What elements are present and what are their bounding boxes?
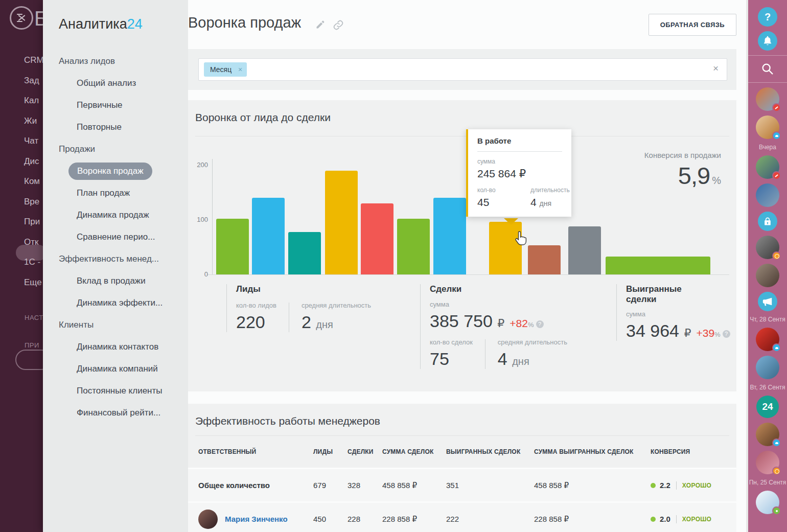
deals-sum: 385 750 ₽+82%? xyxy=(430,311,567,331)
bitrix-menu-item[interactable]: Чат xyxy=(24,131,44,151)
table-column-header: ОТВЕТСТВЕННЫЙ xyxy=(198,448,313,455)
table-header-row: ОТВЕТСТВЕННЫЙЛИДЫСДЕЛКИСУММА СДЕЛОКВЫИГР… xyxy=(188,436,736,468)
bitrix-menu-item[interactable]: Кал xyxy=(24,90,44,111)
sidebar-item[interactable]: Общий анализ xyxy=(43,72,188,94)
filter-input[interactable]: Месяц× × xyxy=(198,58,727,81)
divider xyxy=(676,481,677,490)
table-cell: 679 xyxy=(313,481,348,490)
bitrix-menu-item[interactable]: Ком xyxy=(24,171,44,192)
link-icon[interactable] xyxy=(333,19,344,33)
avatar-user-5[interactable] xyxy=(756,264,779,287)
funnel-bar[interactable] xyxy=(216,219,249,274)
avatar-tomato[interactable] xyxy=(756,328,779,351)
rating-label: ХОРОШО xyxy=(682,516,711,523)
tooltip-count-value: 45 xyxy=(477,196,516,209)
table-cell: 458 858 ₽ xyxy=(534,481,651,490)
date-label: Чт, 28 Сентя xyxy=(750,316,785,323)
table-cell: 450 xyxy=(313,515,348,523)
funnel-bar[interactable] xyxy=(433,198,466,274)
feedback-button[interactable]: ОБРАТНАЯ СВЯЗЬ xyxy=(649,14,736,36)
funnel-bar[interactable] xyxy=(606,257,710,274)
stat-label: сумма xyxy=(626,310,730,318)
bitrix-logo[interactable] xyxy=(10,6,33,30)
conversion-block: Конверсия в продажи 5,9% xyxy=(644,151,721,190)
analytics-sidebar: Аналитика24 Анализ лидовОбщий анализПерв… xyxy=(43,0,188,532)
filter-bar: Месяц× × xyxy=(188,49,736,90)
avatar-apple[interactable] xyxy=(756,491,779,514)
sidebar-item-selected[interactable]: Воронка продаж xyxy=(68,163,152,180)
bitrix-menu-item[interactable]: Зад xyxy=(24,71,44,91)
sidebar-item[interactable]: Динамика эффекти... xyxy=(43,292,188,314)
bar-tooltip: В работе сумма 245 864 ₽ кол-во 45 длите… xyxy=(466,129,571,217)
bitrix-menu-item[interactable]: Дис xyxy=(24,151,44,172)
sidebar-item[interactable]: Сравнение перио... xyxy=(43,226,188,248)
x-axis xyxy=(207,274,729,275)
table-row[interactable]: Мария Зинченко450228228 858 ₽222228 858 … xyxy=(188,501,736,532)
badge-24-icon[interactable]: 24 xyxy=(756,396,779,418)
sidebar-item[interactable]: Вклад в продажи xyxy=(43,270,188,292)
sidebar-item[interactable]: Динамика продаж xyxy=(43,204,188,226)
tooltip-count-label: кол-во xyxy=(477,187,516,194)
stat-title: Сделки xyxy=(430,284,567,294)
edit-icon[interactable] xyxy=(315,19,326,32)
leads-count: 220 xyxy=(236,312,276,332)
manager-name-link[interactable]: Мария Зинченко xyxy=(225,515,288,523)
tooltip-stage-title: В работе xyxy=(477,136,562,145)
filter-clear-icon[interactable]: × xyxy=(713,63,719,74)
help-icon[interactable]: ? xyxy=(758,7,777,27)
funnel-bar[interactable] xyxy=(325,171,358,274)
axis-tick-label: 100 xyxy=(191,216,208,223)
table-cell: 328 xyxy=(348,481,382,490)
bell-icon[interactable] xyxy=(758,31,777,51)
bitrix-menu-item[interactable]: Вре xyxy=(24,192,44,212)
status-cloud-badge xyxy=(772,438,781,447)
table-cell: 458 858 ₽ xyxy=(382,481,446,490)
conversion-cell: 2.0ХОРОШО xyxy=(651,515,736,523)
managers-section: Эффективность работы менеджеров ОТВЕТСТВ… xyxy=(188,404,736,532)
filter-tag[interactable]: Месяц× xyxy=(204,62,247,77)
sidebar-item[interactable]: Повторные xyxy=(43,116,188,138)
avatar-user-4[interactable] xyxy=(756,236,779,259)
tooltip-sum-value: 245 864 ₽ xyxy=(477,168,562,180)
lock-icon[interactable] xyxy=(758,212,777,231)
sidebar-item[interactable]: Динамика компаний xyxy=(43,358,188,380)
table-column-header: СУММА ВЫИГРАННЫХ СДЕЛОК xyxy=(534,448,651,455)
funnel-bar-hovered[interactable] xyxy=(489,222,522,274)
funnel-bar[interactable] xyxy=(361,203,394,274)
stat-leads: Лиды кол-во лидов 220 средняя длительнос… xyxy=(226,284,371,332)
bitrix-menu-item[interactable]: При xyxy=(24,212,44,232)
avatar-fox[interactable] xyxy=(756,115,779,139)
avatar-user-1[interactable] xyxy=(756,87,779,111)
settings-menu-label[interactable]: НАСТ xyxy=(25,314,43,321)
sidebar-item[interactable]: Первичные xyxy=(43,94,188,116)
left-menu-highlight xyxy=(16,245,47,261)
search-icon[interactable] xyxy=(759,60,776,78)
avatar-user-3[interactable] xyxy=(756,183,779,207)
stat-label: кол-во сделок xyxy=(430,338,473,346)
funnel-bar[interactable] xyxy=(397,219,430,274)
table-row[interactable]: Общее количество679328458 858 ₽351458 85… xyxy=(188,468,736,501)
sidebar-item[interactable]: Постоянные клиенты xyxy=(43,380,188,402)
bitrix-menu-item[interactable]: Жи xyxy=(24,111,44,131)
funnel-bar[interactable] xyxy=(288,232,321,274)
avatar-user-8[interactable] xyxy=(756,451,779,474)
axis-tick-label: 0 xyxy=(191,270,208,278)
funnel-bar[interactable] xyxy=(252,198,285,274)
bitrix-menu-item[interactable]: CRM xyxy=(24,50,44,71)
sidebar-item[interactable]: План продаж xyxy=(43,182,188,204)
avatar-user-7[interactable] xyxy=(756,423,779,446)
avatar-user-2[interactable] xyxy=(756,155,779,179)
sidebar-item[interactable]: Финансовый рейти... xyxy=(43,402,188,424)
filter-tag-remove-icon[interactable]: × xyxy=(238,62,242,77)
help-icon[interactable]: ? xyxy=(536,320,544,328)
megaphone-icon[interactable] xyxy=(758,292,777,311)
brand-logo: Аналитика24 xyxy=(59,16,143,32)
sidebar-item[interactable]: Динамика контактов xyxy=(43,336,188,358)
avatar-user-6[interactable] xyxy=(756,356,779,379)
funnel-bar[interactable] xyxy=(568,226,601,274)
help-icon[interactable]: ? xyxy=(723,330,730,338)
bitrix-menu-item[interactable]: Еще xyxy=(24,272,44,293)
apps-menu-label[interactable]: ПРИ xyxy=(25,341,39,349)
funnel-bar[interactable] xyxy=(528,245,561,274)
status-dnd-badge xyxy=(772,171,781,180)
